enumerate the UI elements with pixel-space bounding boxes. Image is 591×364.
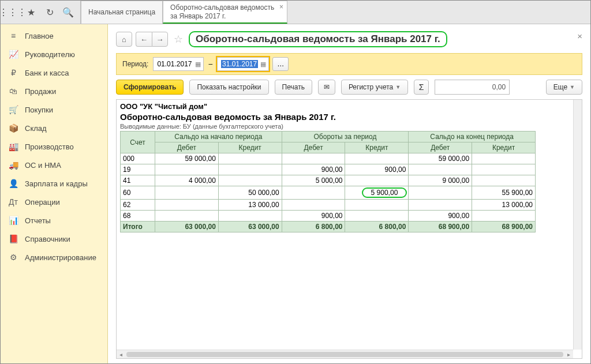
sidebar-item-3[interactable]: 🛍Продажи — [1, 82, 107, 100]
sidebar-item-0[interactable]: ≡Главное — [1, 27, 107, 45]
caret-down-icon: ▼ — [570, 84, 575, 90]
period-from-input[interactable]: 01.01.2017 ▦ — [153, 57, 204, 71]
sidebar-item-12[interactable]: ⚙Администрирование — [1, 248, 107, 267]
sidebar-item-4[interactable]: 🛒Покупки — [1, 100, 107, 119]
th-debit: Дебет — [409, 142, 472, 153]
form-button-label: Сформировать — [124, 83, 176, 91]
period-to-value: 31.01.2017 — [221, 60, 258, 68]
scroll-left-icon[interactable]: ◂ — [117, 350, 125, 359]
sidebar-item-label: Склад — [25, 124, 47, 133]
sidebar-item-label: Главное — [25, 32, 54, 40]
sidebar-icon: Дт — [9, 197, 18, 207]
nav-forward-button[interactable]: → — [152, 32, 168, 47]
tab-close-icon[interactable]: × — [279, 3, 283, 11]
table-row[interactable]: 6213 000,0013 000,00 — [121, 200, 536, 211]
sidebar-item-label: Зарплата и кадры — [25, 179, 88, 188]
period-picker-button[interactable]: … — [272, 57, 289, 71]
table-total-row: Итого63 000,0063 000,006 800,006 800,006… — [121, 222, 536, 232]
sidebar-icon: 📈 — [9, 50, 18, 59]
sidebar-item-label: Справочники — [25, 235, 70, 243]
sidebar-icon: 🛒 — [9, 105, 18, 114]
sidebar-icon: 🛍 — [9, 87, 18, 96]
sidebar-icon: 📦 — [9, 123, 18, 133]
sidebar-item-label: Администрирование — [25, 253, 96, 262]
print-label: Печать — [282, 83, 305, 91]
calendar-icon[interactable]: ▦ — [260, 61, 266, 68]
more-button[interactable]: Еще▼ — [546, 80, 582, 95]
sidebar-item-7[interactable]: 🚚ОС и НМА — [1, 156, 107, 174]
sidebar-icon: 🚚 — [9, 160, 18, 170]
horizontal-scrollbar[interactable]: ◂ ▸ — [117, 350, 573, 358]
sidebar-icon: ₽ — [9, 68, 18, 77]
sidebar-icon: ⚙ — [9, 253, 18, 262]
print-button[interactable]: Печать — [275, 80, 312, 95]
sidebar-item-label: Производство — [25, 142, 74, 151]
tab-home-label: Начальная страница — [88, 8, 155, 16]
th-account: Счет — [121, 132, 155, 153]
period-from-value: 01.01.2017 — [157, 60, 193, 68]
th-debit: Дебет — [155, 142, 219, 153]
report-title: Оборотно-сальдовая ведомость за Январь 2… — [120, 112, 578, 122]
th-debit: Дебет — [282, 142, 345, 153]
vertical-scrollbar[interactable] — [573, 100, 582, 350]
show-settings-label: Показать настройки — [197, 83, 261, 91]
sidebar-icon: 📊 — [9, 216, 18, 225]
scroll-right-icon[interactable]: ▸ — [564, 350, 573, 359]
sidebar-item-2[interactable]: ₽Банк и касса — [1, 63, 107, 82]
tab-report[interactable]: Оборотно-сальдовая ведомость за Январь 2… — [163, 1, 287, 24]
register-label: Регистр учета — [349, 83, 393, 91]
history-icon[interactable]: ↻ — [41, 3, 58, 21]
th-credit: Кредит — [472, 142, 536, 153]
tab-report-label: Оборотно-сальдовая ведомость за Январь 2… — [170, 3, 280, 20]
table-row[interactable]: 19900,00900,00 — [121, 164, 536, 175]
table-row[interactable]: 6050 000,005 900,0055 900,00 — [121, 186, 536, 200]
sidebar-item-label: Продажи — [25, 87, 56, 96]
page-title: Оборотно-сальдовая ведомость за Январь 2… — [189, 31, 447, 47]
show-settings-button[interactable]: Показать настройки — [189, 80, 268, 95]
period-label: Период: — [122, 60, 148, 68]
scroll-thumb[interactable] — [126, 352, 563, 357]
sidebar-item-label: Отчеты — [25, 216, 51, 225]
sidebar-icon: ≡ — [9, 31, 18, 40]
sidebar-item-label: Покупки — [25, 106, 53, 114]
nav-back-button[interactable]: ← — [136, 32, 152, 47]
sidebar-item-label: Руководителю — [25, 50, 75, 59]
register-button[interactable]: Регистр учета▼ — [341, 80, 408, 95]
period-to-input[interactable]: 31.01.2017 ▦ — [217, 57, 269, 71]
osv-table: Счет Сальдо на начало периода Обороты за… — [120, 131, 536, 232]
favorite-toggle[interactable]: ☆ — [171, 33, 185, 46]
report-company: ООО "УК "Чистый дом" — [120, 102, 578, 111]
sidebar-item-10[interactable]: 📊Отчеты — [1, 211, 107, 230]
sidebar-item-label: ОС и НМА — [25, 161, 61, 170]
form-button[interactable]: Сформировать — [116, 80, 184, 95]
sidebar-item-9[interactable]: ДтОперации — [1, 193, 107, 211]
table-row[interactable]: 00059 000,0059 000,00 — [121, 153, 536, 164]
table-row[interactable]: 414 000,005 000,009 000,00 — [121, 175, 536, 186]
apps-grid-icon[interactable]: ⋮⋮⋮ — [4, 3, 21, 21]
report-subtitle: Выводимые данные: БУ (данные бухгалтерск… — [120, 123, 578, 130]
sidebar-icon: 📕 — [9, 234, 18, 243]
th-turnover: Обороты за период — [282, 132, 409, 142]
search-icon[interactable]: 🔍 — [59, 3, 77, 21]
table-row[interactable]: 68900,00900,00 — [121, 211, 536, 222]
tab-home[interactable]: Начальная страница — [81, 1, 163, 24]
period-dash: – — [207, 60, 214, 68]
sidebar-item-8[interactable]: 👤Зарплата и кадры — [1, 174, 107, 193]
home-button[interactable]: ⌂ — [116, 32, 132, 47]
sigma-button[interactable]: Σ — [414, 80, 429, 95]
th-start: Сальдо на начало периода — [155, 132, 282, 142]
sidebar-item-label: Операции — [25, 198, 60, 207]
sidebar-item-11[interactable]: 📕Справочники — [1, 230, 107, 248]
more-label: Еще — [553, 83, 567, 91]
close-page-button[interactable]: × — [577, 31, 582, 41]
favorite-star-icon[interactable]: ★ — [23, 3, 40, 21]
email-button[interactable]: ✉ — [318, 80, 335, 95]
calendar-icon[interactable]: ▦ — [195, 61, 201, 68]
sidebar-item-5[interactable]: 📦Склад — [1, 119, 107, 137]
sidebar-item-1[interactable]: 📈Руководителю — [1, 45, 107, 63]
sidebar-item-6[interactable]: 🏭Производство — [1, 137, 107, 156]
th-credit: Кредит — [218, 142, 282, 153]
sum-field[interactable]: 0,00 — [435, 80, 510, 95]
th-credit: Кредит — [345, 142, 409, 153]
th-end: Сальдо на конец периода — [409, 132, 536, 142]
